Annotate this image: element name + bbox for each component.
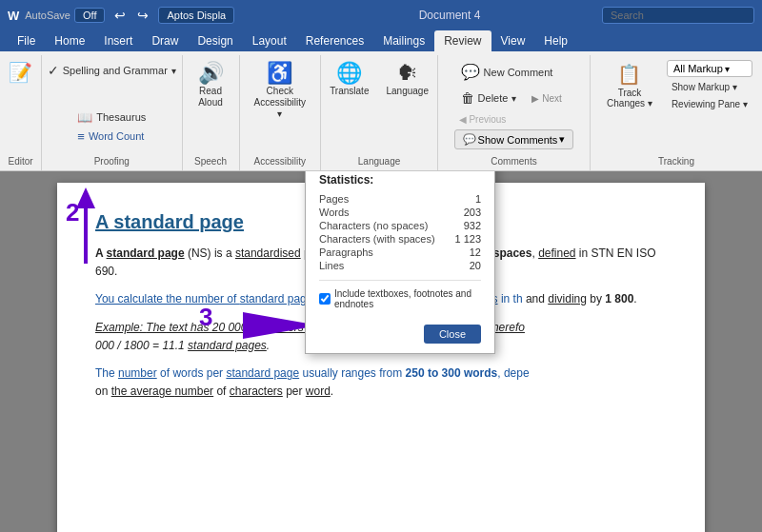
undo-button[interactable]: ↩	[110, 6, 130, 25]
ribbon-group-language: 🌐 Translate 🗣 Language Language	[321, 55, 438, 170]
language-items: 🌐 Translate 🗣 Language	[323, 55, 435, 153]
new-comment-row: 💬 New Comment	[454, 59, 560, 85]
tab-insert[interactable]: Insert	[94, 30, 142, 51]
ribbon-group-tracking: 📋 TrackChanges ▾ All Markup ▾ Show Marku…	[591, 55, 762, 170]
proofing-label: Proofing	[94, 153, 130, 170]
include-checkbox-row: Include textboxes, footnotes and endnote…	[319, 280, 481, 309]
ribbon-tabs: File Home Insert Draw Design Layout Refe…	[0, 30, 762, 51]
editor-area: 📝	[2, 55, 39, 153]
thesaurus-label: Thesaurus	[96, 111, 146, 123]
document-page: 2 3 A standard page A standard page (NS)…	[57, 183, 705, 532]
track-changes-label: TrackChanges ▾	[607, 88, 652, 108]
stat-pages-value: 1	[475, 193, 481, 205]
stat-lines-value: 20	[470, 260, 481, 271]
ribbon-group-accessibility: ♿ CheckAccessibility ▾ Accessibility	[240, 55, 322, 170]
translate-button[interactable]: 🌐 Translate	[323, 59, 375, 101]
title-bar-left: W AutoSave Off ↩ ↪ Aptos Displa	[8, 6, 297, 25]
tab-mailings[interactable]: Mailings	[373, 30, 434, 51]
svg-marker-1	[76, 187, 95, 208]
redo-button[interactable]: ↪	[133, 6, 152, 25]
word-count-icon: ≡	[77, 129, 85, 144]
page-wrapper: 2 3 A standard page A standard page (NS)…	[0, 171, 762, 532]
delete-row: 🗑 Delete ▾ ▶ Next	[454, 87, 567, 109]
proofing-items: ✓ Spelling and Grammar ▾	[43, 55, 181, 108]
show-comments-button[interactable]: 💬 Show Comments ▾	[454, 129, 574, 149]
dialog-body: Statistics: Pages 1 Words 203 Characters…	[306, 171, 494, 319]
word-count-label: Word Count	[89, 130, 145, 142]
stat-chars-spaces: Characters (with spaces) 1 123	[319, 232, 481, 246]
comments-items: 💬 New Comment 🗑 Delete ▾ ▶ Next ◀ Previo…	[454, 55, 574, 153]
tab-review[interactable]: Review	[434, 30, 491, 51]
accessibility-label: CheckAccessibility ▾	[254, 86, 307, 120]
word-logo: W	[8, 9, 19, 23]
all-markup-button[interactable]: All Markup ▾	[667, 60, 752, 77]
search-input[interactable]	[602, 7, 754, 24]
show-comments-row: 💬 Show Comments ▾	[454, 129, 574, 149]
stat-paragraphs-value: 12	[470, 246, 481, 258]
delete-button[interactable]: 🗑 Delete ▾	[454, 87, 524, 109]
thesaurus-icon: 📖	[77, 110, 92, 125]
ribbon-group-editor: 📝 Editor	[0, 55, 42, 170]
spelling-grammar-button[interactable]: ✓ Spelling and Grammar ▾	[43, 59, 181, 82]
markup-options: All Markup ▾ Show Markup ▾ Reviewing Pan…	[667, 60, 752, 111]
font-selector[interactable]: Aptos Displa	[158, 7, 234, 24]
track-changes-icon: 📋	[617, 63, 641, 86]
tracking-top-row: 📋 TrackChanges ▾ All Markup ▾ Show Marku…	[600, 59, 752, 112]
speech-label: Speech	[194, 153, 227, 170]
spelling-icon: ✓	[48, 63, 59, 78]
ribbon-group-proofing: ✓ Spelling and Grammar ▾ 📖 Thesaurus ≡ W…	[42, 55, 182, 170]
all-markup-dropdown-icon: ▾	[725, 64, 730, 74]
accessibility-label-bottom: Accessibility	[254, 153, 306, 170]
tracking-items: 📋 TrackChanges ▾ All Markup ▾ Show Marku…	[600, 55, 752, 153]
read-aloud-button[interactable]: 🔊 ReadAloud	[190, 59, 231, 112]
tab-draw[interactable]: Draw	[142, 30, 188, 51]
dialog-footer: Close	[306, 319, 494, 353]
new-comment-button[interactable]: 💬 New Comment	[454, 59, 560, 85]
check-accessibility-button[interactable]: ♿ CheckAccessibility ▾	[248, 59, 313, 124]
previous-row: ◀ Previous	[454, 111, 511, 128]
spelling-label: Spelling and Grammar	[63, 65, 168, 76]
language-button[interactable]: 🗣 Language	[379, 59, 435, 101]
language-label: Language	[386, 86, 429, 97]
stat-chars-spaces-name: Characters (with spaces)	[319, 233, 435, 245]
translate-icon: 🌐	[336, 63, 362, 84]
stat-words-value: 203	[464, 207, 481, 218]
stat-paragraphs: Paragraphs 12	[319, 246, 481, 259]
include-textboxes-checkbox[interactable]	[319, 293, 331, 305]
annotation-2-label: 2	[66, 198, 79, 227]
editor-button[interactable]: 📝	[2, 59, 39, 86]
statistics-label: Statistics:	[319, 173, 481, 187]
thesaurus-button[interactable]: 📖 Thesaurus	[72, 108, 150, 127]
tab-design[interactable]: Design	[188, 30, 242, 51]
proofing-small-items: 📖 Thesaurus ≡ Word Count	[72, 108, 150, 154]
tab-view[interactable]: View	[491, 30, 535, 51]
tab-layout[interactable]: Layout	[243, 30, 296, 51]
tab-references[interactable]: References	[296, 30, 373, 51]
spelling-dropdown-icon: ▾	[171, 66, 176, 76]
show-comments-icon: 💬	[463, 133, 476, 146]
tab-help[interactable]: Help	[534, 30, 577, 51]
accessibility-items: ♿ CheckAccessibility ▾	[248, 55, 313, 153]
reviewing-pane-button[interactable]: Reviewing Pane ▾	[667, 97, 752, 111]
show-markup-button[interactable]: Show Markup ▾	[667, 80, 752, 94]
word-count-button[interactable]: ≡ Word Count	[72, 128, 149, 146]
new-comment-label: New Comment	[484, 67, 553, 78]
translate-label: Translate	[330, 86, 369, 97]
previous-button[interactable]: ◀ Previous	[454, 111, 511, 128]
delete-dropdown-icon: ▾	[511, 93, 516, 104]
stat-chars-spaces-value: 1 123	[454, 233, 481, 245]
read-aloud-label: ReadAloud	[198, 86, 223, 108]
stats-table: Pages 1 Words 203 Characters (no spaces)…	[319, 192, 481, 272]
stat-words: Words 203	[319, 206, 481, 219]
show-comments-label: Show Comments	[478, 134, 558, 146]
document-title: Document 4	[305, 9, 594, 22]
dialog-close-button[interactable]: Close	[424, 325, 481, 344]
track-changes-button[interactable]: 📋 TrackChanges ▾	[600, 59, 659, 112]
next-button[interactable]: ▶ Next	[527, 90, 566, 107]
autosave-toggle[interactable]: Off	[74, 8, 105, 23]
tab-home[interactable]: Home	[45, 30, 94, 51]
all-markup-label: All Markup	[673, 63, 723, 74]
tab-file[interactable]: File	[8, 30, 45, 51]
language-label-bottom: Language	[358, 153, 401, 170]
comments-label-bottom: Comments	[491, 153, 536, 170]
